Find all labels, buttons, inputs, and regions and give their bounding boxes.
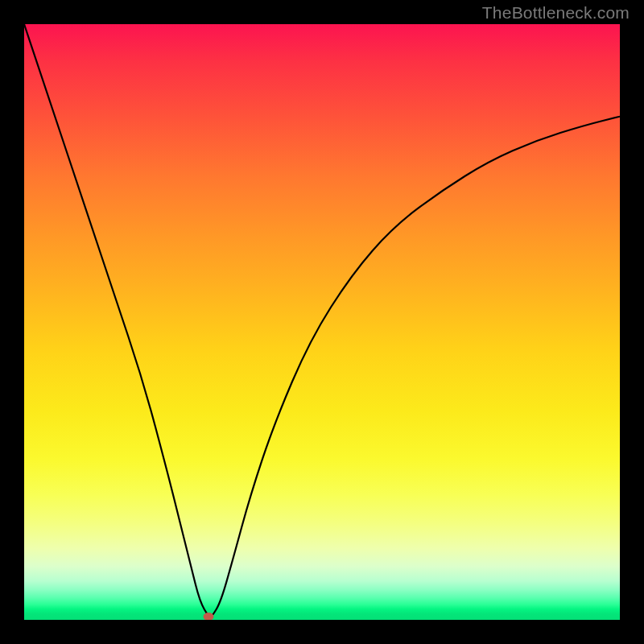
bottleneck-curve [24,24,620,617]
watermark-text: TheBottleneck.com [482,3,630,23]
optimal-point-marker [204,613,214,620]
curve-svg [24,24,620,620]
plot-area [24,24,620,620]
